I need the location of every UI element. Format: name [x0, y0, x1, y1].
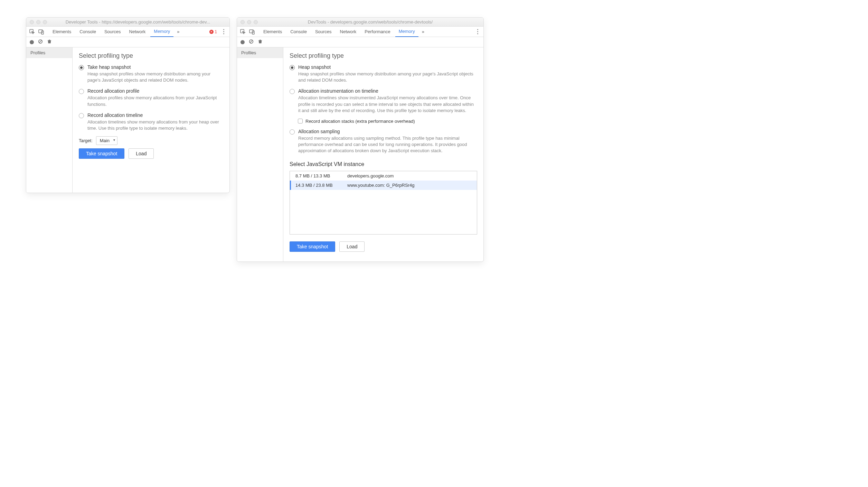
radio-icon[interactable] [79, 89, 84, 94]
option-allocation-timeline[interactable]: Allocation instrumentation on timeline A… [290, 88, 477, 114]
inspect-icon[interactable] [240, 29, 246, 35]
option-allocation-profile[interactable]: Record allocation profile Allocation pro… [79, 88, 223, 107]
window-title: DevTools - developers.google.com/web/too… [261, 19, 480, 25]
vm-row[interactable]: 8.7 MB / 13.3 MB developers.google.com [290, 171, 477, 181]
panel-tabs: Elements Console Sources Network Perform… [237, 27, 483, 37]
option-title: Record allocation timeline [87, 112, 223, 118]
target-row: Target: Main [79, 136, 223, 145]
tabs-overflow-icon[interactable]: » [175, 29, 181, 34]
vm-row[interactable]: 14.3 MB / 23.8 MB www.youtube.com: G_P6r… [290, 181, 477, 190]
vm-empty-space [290, 190, 477, 234]
vm-origin: www.youtube.com: G_P6rpRSr4g [347, 183, 414, 188]
load-button[interactable]: Load [339, 241, 365, 252]
option-title: Heap snapshot [298, 64, 477, 70]
devtools-window-old: Developer Tools - https://developers.goo… [26, 17, 230, 193]
option-allocation-sampling[interactable]: Allocation sampling Record memory alloca… [290, 129, 477, 154]
option-desc: Allocation timelines show instrumented J… [298, 95, 477, 114]
option-allocation-timeline[interactable]: Record allocation timeline Allocation ti… [79, 112, 223, 131]
window-title: Developer Tools - https://developers.goo… [50, 19, 226, 25]
vm-instance-list: 8.7 MB / 13.3 MB developers.google.com 1… [290, 171, 477, 235]
option-title: Allocation sampling [298, 129, 477, 134]
vm-origin: developers.google.com [347, 173, 394, 178]
device-toolbar-icon[interactable] [249, 29, 255, 35]
device-toolbar-icon[interactable] [38, 29, 44, 35]
trash-icon[interactable] [47, 39, 52, 45]
memory-toolbar [237, 37, 483, 47]
svg-line-4 [39, 40, 42, 43]
checkbox-icon[interactable] [298, 119, 303, 123]
devtools-window-new: DevTools - developers.google.com/web/too… [237, 17, 484, 262]
svg-line-9 [250, 40, 253, 43]
tab-elements[interactable]: Elements [49, 27, 75, 37]
titlebar: Developer Tools - https://developers.goo… [26, 18, 229, 27]
sidebar-item-profiles[interactable]: Profiles [237, 47, 283, 58]
take-snapshot-button[interactable]: Take snapshot [290, 241, 335, 252]
option-heap-snapshot[interactable]: Heap snapshot Heap snapshot profiles sho… [290, 64, 477, 83]
traffic-close-icon[interactable] [30, 20, 34, 24]
traffic-close-icon[interactable] [240, 20, 245, 24]
memory-toolbar [26, 37, 229, 47]
vm-memory: 8.7 MB / 13.3 MB [295, 173, 347, 178]
option-heap-snapshot[interactable]: Take heap snapshot Heap snapshot profile… [79, 64, 223, 83]
tab-memory[interactable]: Memory [150, 27, 173, 37]
inspect-icon[interactable] [29, 29, 35, 35]
tab-sources[interactable]: Sources [312, 27, 335, 37]
target-label: Target: [79, 138, 93, 143]
vm-memory: 14.3 MB / 23.8 MB [295, 183, 347, 188]
radio-icon[interactable] [290, 129, 295, 135]
profiling-heading: Select profiling type [290, 52, 477, 59]
settings-menu-icon[interactable] [220, 29, 227, 34]
traffic-lights [240, 20, 258, 24]
tab-console[interactable]: Console [76, 27, 100, 37]
clear-icon[interactable] [249, 39, 254, 45]
svg-rect-6 [249, 30, 253, 33]
tab-network[interactable]: Network [337, 27, 360, 37]
panel-tabs: Elements Console Sources Network Memory … [26, 27, 229, 37]
take-snapshot-button[interactable]: Take snapshot [79, 148, 124, 159]
error-indicator[interactable]: ✕ 1 [207, 29, 219, 34]
traffic-max-icon[interactable] [43, 20, 47, 24]
tab-network[interactable]: Network [126, 27, 149, 37]
checkbox-label: Record allocation stacks (extra performa… [305, 119, 415, 124]
record-icon[interactable] [30, 40, 34, 44]
target-select[interactable]: Main [96, 136, 117, 145]
clear-icon[interactable] [38, 39, 43, 45]
tab-elements[interactable]: Elements [260, 27, 285, 37]
memory-panel: Select profiling type Take heap snapshot… [73, 47, 229, 193]
svg-rect-1 [39, 30, 43, 33]
traffic-min-icon[interactable] [247, 20, 251, 24]
option-desc: Heap snapshot profiles show memory distr… [87, 71, 223, 83]
traffic-lights [30, 20, 47, 24]
option-desc: Heap snapshot profiles show memory distr… [298, 71, 477, 83]
option-desc: Allocation timelines show memory allocat… [87, 119, 223, 131]
tab-memory[interactable]: Memory [395, 27, 418, 37]
tab-sources[interactable]: Sources [101, 27, 124, 37]
radio-icon[interactable] [290, 65, 295, 70]
tab-performance[interactable]: Performance [361, 27, 394, 37]
option-title: Record allocation profile [87, 88, 223, 94]
traffic-min-icon[interactable] [36, 20, 40, 24]
vm-heading: Select JavaScript VM instance [290, 161, 477, 167]
sidebar-item-profiles[interactable]: Profiles [26, 47, 72, 58]
error-count: 1 [215, 29, 217, 34]
option-desc: Record memory allocations using sampling… [298, 135, 477, 154]
traffic-max-icon[interactable] [254, 20, 258, 24]
option-title: Allocation instrumentation on timeline [298, 88, 477, 94]
radio-icon[interactable] [79, 65, 84, 70]
error-icon: ✕ [209, 30, 214, 34]
profiles-sidebar: Profiles [26, 47, 73, 193]
tab-console[interactable]: Console [287, 27, 310, 37]
trash-icon[interactable] [258, 39, 263, 45]
load-button[interactable]: Load [129, 148, 154, 159]
profiling-heading: Select profiling type [79, 52, 223, 59]
record-stacks-checkbox-row[interactable]: Record allocation stacks (extra performa… [298, 119, 477, 124]
profiles-sidebar: Profiles [237, 47, 283, 261]
settings-menu-icon[interactable] [474, 29, 481, 34]
radio-icon[interactable] [79, 113, 84, 118]
option-title: Take heap snapshot [87, 64, 223, 70]
tabs-overflow-icon[interactable]: » [420, 29, 426, 34]
titlebar: DevTools - developers.google.com/web/too… [237, 18, 483, 27]
radio-icon[interactable] [290, 89, 295, 94]
record-icon[interactable] [240, 40, 245, 44]
memory-panel: Select profiling type Heap snapshot Heap… [283, 47, 483, 261]
